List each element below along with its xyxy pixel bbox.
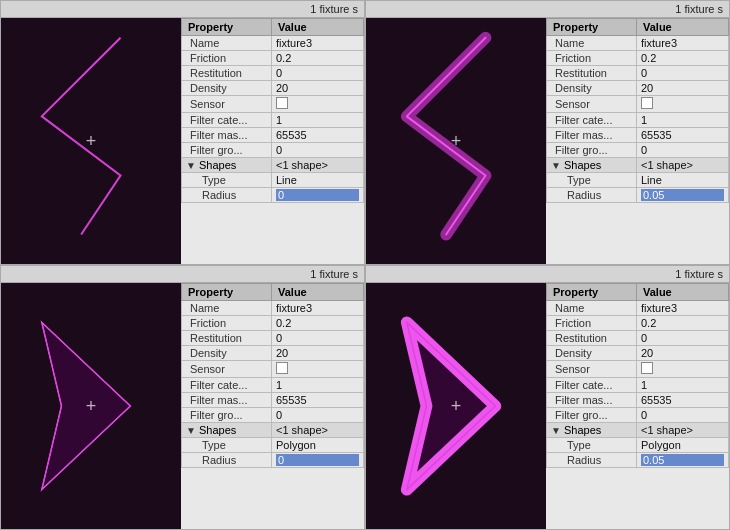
crosshair-bottom-right: + bbox=[451, 396, 462, 417]
canvas-top-right: + bbox=[366, 18, 546, 264]
table-row: Sensor bbox=[182, 361, 364, 378]
panel-body-top-left: + Property Value Name fixture3 Friction bbox=[1, 18, 364, 264]
panel-header-top-right: 1 fixture s bbox=[366, 1, 729, 18]
property-panel-bottom-left: Property Value Name fixture3 Friction 0.… bbox=[181, 283, 364, 529]
radius-value-bl: 0 bbox=[276, 454, 359, 466]
table-row: Type Polygon bbox=[547, 438, 729, 453]
table-row: Type Line bbox=[182, 173, 364, 188]
table-row: Density 20 bbox=[547, 81, 729, 96]
col-property: Property bbox=[182, 19, 272, 36]
canvas-top-left: + bbox=[1, 18, 181, 264]
sensor-checkbox-tr[interactable] bbox=[641, 97, 653, 109]
table-row: Filter gro... 0 bbox=[182, 143, 364, 158]
table-row: Type Polygon bbox=[182, 438, 364, 453]
col-property: Property bbox=[547, 19, 637, 36]
table-row: Radius 0 bbox=[182, 188, 364, 203]
table-row: Name fixture3 bbox=[182, 36, 364, 51]
table-row: Restitution 0 bbox=[547, 66, 729, 81]
table-row: Radius 0.05 bbox=[547, 188, 729, 203]
prop-table-top-right: Property Value Name fixture3 Friction 0.… bbox=[546, 18, 729, 203]
table-row: Filter gro... 0 bbox=[182, 408, 364, 423]
sensor-checkbox-bl[interactable] bbox=[276, 362, 288, 374]
table-row: Density 20 bbox=[547, 346, 729, 361]
panel-top-right: 1 fixture s + Property Value Nam bbox=[365, 0, 730, 265]
panel-body-bottom-right: + Property Value Name fixture3 Friction bbox=[366, 283, 729, 529]
col-value: Value bbox=[637, 284, 729, 301]
table-row: Filter mas... 65535 bbox=[547, 128, 729, 143]
shapes-arrow-tl[interactable]: ▼ bbox=[186, 160, 196, 171]
panel-header-bottom-left: 1 fixture s bbox=[1, 266, 364, 283]
col-property: Property bbox=[547, 284, 637, 301]
table-row: Filter mas... 65535 bbox=[182, 393, 364, 408]
table-row: Filter cate... 1 bbox=[547, 378, 729, 393]
table-row: Filter cate... 1 bbox=[182, 113, 364, 128]
table-row: Restitution 0 bbox=[547, 331, 729, 346]
table-row: Friction 0.2 bbox=[547, 51, 729, 66]
crosshair-top-left: + bbox=[86, 131, 97, 152]
canvas-bottom-right: + bbox=[366, 283, 546, 529]
crosshair-top-right: + bbox=[451, 131, 462, 152]
table-row: Density 20 bbox=[182, 346, 364, 361]
prop-table-bottom-right: Property Value Name fixture3 Friction 0.… bbox=[546, 283, 729, 468]
shapes-arrow-br[interactable]: ▼ bbox=[551, 425, 561, 436]
crosshair-bottom-left: + bbox=[86, 396, 97, 417]
property-panel-top-left: Property Value Name fixture3 Friction 0.… bbox=[181, 18, 364, 264]
panel-bottom-right: 1 fixture s + Property Value Nam bbox=[365, 265, 730, 530]
table-row: Friction 0.2 bbox=[547, 316, 729, 331]
panel-header-top-left: 1 fixture s bbox=[1, 1, 364, 18]
shapes-row: ▼ Shapes <1 shape> bbox=[182, 423, 364, 438]
table-row: Friction 0.2 bbox=[182, 316, 364, 331]
table-row: Name fixture3 bbox=[182, 301, 364, 316]
canvas-bottom-left: + bbox=[1, 283, 181, 529]
prop-table-top-left: Property Value Name fixture3 Friction 0.… bbox=[181, 18, 364, 203]
panel-header-bottom-right: 1 fixture s bbox=[366, 266, 729, 283]
table-row: Friction 0.2 bbox=[182, 51, 364, 66]
table-row: Filter cate... 1 bbox=[182, 378, 364, 393]
table-row: Name fixture3 bbox=[547, 301, 729, 316]
table-row: Filter gro... 0 bbox=[547, 143, 729, 158]
radius-value-br: 0.05 bbox=[641, 454, 724, 466]
property-panel-bottom-right: Property Value Name fixture3 Friction 0.… bbox=[546, 283, 729, 529]
sensor-checkbox-tl[interactable] bbox=[276, 97, 288, 109]
panel-top-left: 1 fixture s + Property Value Name bbox=[0, 0, 365, 265]
table-row: Sensor bbox=[182, 96, 364, 113]
shapes-arrow-bl[interactable]: ▼ bbox=[186, 425, 196, 436]
table-row: Filter cate... 1 bbox=[547, 113, 729, 128]
panel-body-top-right: + Property Value Name fixture3 Friction bbox=[366, 18, 729, 264]
table-row: Filter mas... 65535 bbox=[182, 128, 364, 143]
table-row: Filter gro... 0 bbox=[547, 408, 729, 423]
panel-body-bottom-left: + Property Value Name fixture3 Friction bbox=[1, 283, 364, 529]
table-row: Density 20 bbox=[182, 81, 364, 96]
table-row: Name fixture3 bbox=[547, 36, 729, 51]
table-row: Restitution 0 bbox=[182, 66, 364, 81]
property-panel-top-right: Property Value Name fixture3 Friction 0.… bbox=[546, 18, 729, 264]
table-row: Sensor bbox=[547, 96, 729, 113]
radius-value-tl: 0 bbox=[276, 189, 359, 201]
sensor-checkbox-br[interactable] bbox=[641, 362, 653, 374]
table-row: Restitution 0 bbox=[182, 331, 364, 346]
shapes-row: ▼ Shapes <1 shape> bbox=[547, 423, 729, 438]
shapes-arrow-tr[interactable]: ▼ bbox=[551, 160, 561, 171]
shapes-row: ▼ Shapes <1 shape> bbox=[547, 158, 729, 173]
table-row: Radius 0.05 bbox=[547, 453, 729, 468]
shapes-row: ▼ Shapes <1 shape> bbox=[182, 158, 364, 173]
col-property: Property bbox=[182, 284, 272, 301]
panel-bottom-left: 1 fixture s + Property Value Nam bbox=[0, 265, 365, 530]
table-row: Sensor bbox=[547, 361, 729, 378]
table-row: Type Line bbox=[547, 173, 729, 188]
table-row: Filter mas... 65535 bbox=[547, 393, 729, 408]
col-value: Value bbox=[272, 284, 364, 301]
radius-value-tr: 0.05 bbox=[641, 189, 724, 201]
col-value: Value bbox=[637, 19, 729, 36]
col-value: Value bbox=[272, 19, 364, 36]
prop-table-bottom-left: Property Value Name fixture3 Friction 0.… bbox=[181, 283, 364, 468]
table-row: Radius 0 bbox=[182, 453, 364, 468]
